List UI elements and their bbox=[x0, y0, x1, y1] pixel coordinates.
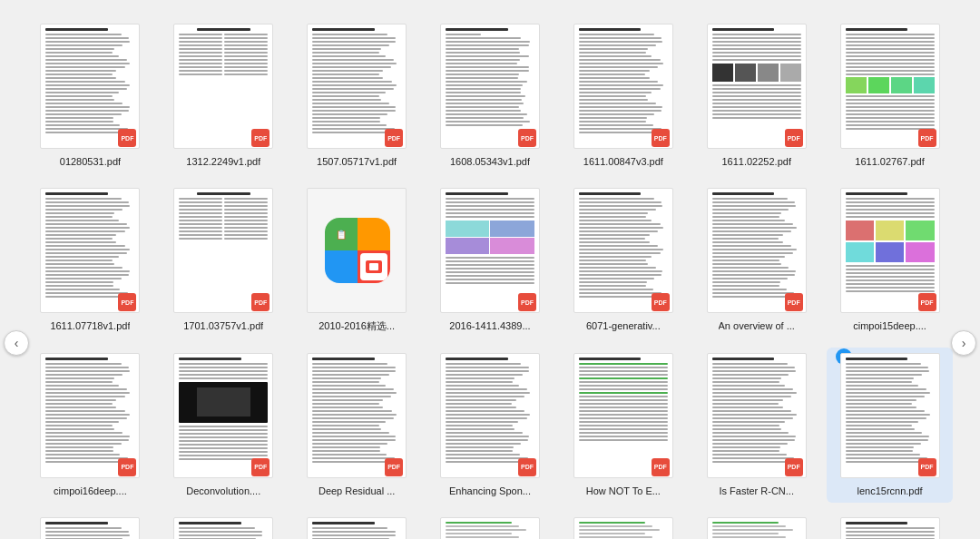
pdf-badge: PDF bbox=[251, 129, 270, 147]
file-label: lenc15rcnn.pdf bbox=[857, 485, 922, 497]
file-label: 1611.00847v3.pdf bbox=[583, 155, 663, 168]
thumbnail-wrapper: PDF bbox=[40, 188, 140, 315]
file-item-6071-generativ[interactable]: PDF6071-generativ... bbox=[560, 182, 686, 338]
pdf-badge: PDF bbox=[251, 458, 270, 476]
file-item-1507.05717v1[interactable]: PDF1507.05717v1.pdf bbox=[294, 18, 420, 173]
file-item-1611.07718v1[interactable]: PDF1611.07718v1.pdf bbox=[27, 182, 153, 338]
file-item-1611.00847v3[interactable]: PDF1611.00847v3.pdf bbox=[560, 18, 686, 173]
file-item-cimpoi16deep[interactable]: PDFcimpoi16deep.... bbox=[27, 348, 153, 503]
file-item-cimpoi15deep[interactable]: PDFcimpoi15deep.... bbox=[827, 182, 953, 338]
thumbnail-wrapper: T bbox=[440, 517, 540, 539]
file-label: Is Faster R-CN... bbox=[719, 485, 794, 497]
thumbnail-wrapper: T bbox=[707, 517, 807, 539]
file-grid: PDF01280531.pdf PDF1312.2249v1.pdf PDF15… bbox=[27, 18, 953, 539]
file-item-Deep_Residual[interactable]: PDFDeep Residual ... bbox=[294, 348, 420, 503]
file-label: Deep Residual ... bbox=[318, 485, 395, 497]
file-item-01280531[interactable]: PDF01280531.pdf bbox=[27, 18, 153, 173]
thumbnail-wrapper: 📋 bbox=[307, 188, 407, 315]
file-item-2010-2016[interactable]: 📋 2 bbox=[294, 182, 420, 338]
thumbnail-wrapper: PDF bbox=[40, 517, 140, 539]
file-item-NOC[interactable]: PDFNOC.pdf bbox=[827, 512, 953, 539]
file-label: 1611.07718v1.pdf bbox=[50, 319, 130, 332]
file-label: 1312.2249v1.pdf bbox=[186, 155, 260, 168]
pdf-badge: PDF bbox=[118, 293, 136, 311]
thumbnail-wrapper: T bbox=[573, 517, 673, 539]
file-label: 6071-generativ... bbox=[586, 319, 661, 332]
file-label: Enhancing Spon... bbox=[449, 485, 531, 497]
file-item-Enhancing_Spon[interactable]: PDFEnhancing Spon... bbox=[427, 348, 554, 503]
nav-prev-button[interactable]: ‹ bbox=[4, 330, 29, 356]
file-label: cimpoi15deep.... bbox=[853, 319, 926, 332]
thumbnail-wrapper: PDF bbox=[573, 188, 673, 315]
pdf-badge: PDF bbox=[785, 293, 803, 311]
pdf-badge: PDF bbox=[918, 293, 936, 311]
file-label: 1507.05717v1.pdf bbox=[317, 155, 397, 168]
thumbnail-wrapper: PDF bbox=[173, 517, 273, 539]
thumbnail-wrapper: PDF bbox=[440, 24, 540, 151]
file-label: 01280531.pdf bbox=[60, 155, 121, 168]
thumbnail-wrapper: PDF bbox=[707, 188, 807, 315]
file-label: cimpoi16deep.... bbox=[54, 485, 127, 497]
file-item-1611.02767[interactable]: PDF1611.02767.pdf bbox=[827, 18, 953, 173]
file-item-1701.03757v1[interactable]: PDF1701.03757v1.pdf bbox=[161, 182, 287, 338]
file-label: How NOT To E... bbox=[586, 485, 661, 497]
file-label: Deconvolution.... bbox=[186, 485, 260, 497]
pdf-badge: PDF bbox=[518, 458, 536, 476]
pdf-badge: PDF bbox=[918, 129, 936, 147]
pdf-badge: PDF bbox=[785, 129, 803, 147]
thumbnail-wrapper: PDF bbox=[840, 188, 940, 315]
pdf-badge: PDF bbox=[518, 293, 536, 311]
file-item-1608.05343v1[interactable]: PDF1608.05343v1.pdf bbox=[427, 18, 554, 173]
thumbnail-wrapper: PDF bbox=[40, 353, 140, 480]
thumbnail-wrapper: PDF bbox=[573, 353, 673, 480]
pdf-badge: PDF bbox=[652, 458, 670, 476]
file-browser: ‹ › PDF01280531.pdf PDF1312.2249v1.pdf P… bbox=[0, 0, 980, 539]
file-label: An overview of ... bbox=[719, 319, 795, 332]
file-item-nips2015[interactable]: Tnips2015.txt bbox=[693, 512, 819, 539]
thumbnail-wrapper: PDF bbox=[573, 24, 673, 151]
file-label: 1701.03757v1.pdf bbox=[183, 319, 263, 332]
pdf-badge: PDF bbox=[118, 458, 136, 476]
file-item-1312.2249v1[interactable]: PDF1312.2249v1.pdf bbox=[161, 18, 287, 173]
file-item-Deconvolution[interactable]: PDFDeconvolution.... bbox=[161, 348, 287, 503]
thumbnail-wrapper: PDF bbox=[307, 24, 407, 151]
file-item-lenc15rcnn[interactable]: ✓ PDFlenc15rcnn.pdf bbox=[827, 348, 953, 503]
file-item-Neural_Respon[interactable]: PDFNeural Respon... bbox=[294, 512, 420, 539]
thumbnail-wrapper: PDF bbox=[707, 353, 807, 480]
file-item-An_overview_of[interactable]: PDFAn overview of ... bbox=[693, 182, 819, 338]
file-item-1611.02252[interactable]: PDF1611.02252.pdf bbox=[693, 18, 819, 173]
thumbnail-wrapper: PDF bbox=[40, 24, 140, 151]
thumbnail-wrapper: PDF bbox=[840, 517, 940, 539]
thumbnail-wrapper: PDF bbox=[307, 517, 407, 539]
file-item-Is_Faster_R-CN[interactable]: PDFIs Faster R-CN... bbox=[693, 348, 819, 503]
file-label: 2010-2016精选... bbox=[318, 319, 395, 332]
thumbnail-wrapper: ✓ PDF bbox=[840, 353, 940, 480]
pdf-badge: PDF bbox=[385, 458, 403, 476]
file-label: 1608.05343v1.pdf bbox=[450, 155, 530, 168]
thumbnail-wrapper: PDF bbox=[707, 24, 807, 151]
file-item-2016-1411[interactable]: PDF2016-1411.4389... bbox=[427, 182, 554, 338]
file-item-nips2014[interactable]: Tnips2014.txt bbox=[560, 512, 686, 539]
thumbnail-wrapper: PDF bbox=[440, 353, 540, 480]
file-item-nips2013[interactable]: Tnips2013.txt bbox=[427, 512, 554, 539]
file-label: 1611.02767.pdf bbox=[855, 155, 924, 168]
file-label: 1611.02252.pdf bbox=[721, 155, 790, 168]
pdf-badge: PDF bbox=[518, 129, 536, 147]
pdf-badge: PDF bbox=[118, 129, 136, 147]
file-item-nature17439[interactable]: PDFnature17439.pdf bbox=[27, 512, 153, 539]
pdf-badge: PDF bbox=[385, 129, 403, 147]
pdf-badge: PDF bbox=[785, 458, 803, 476]
pdf-badge: PDF bbox=[918, 458, 936, 476]
thumbnail-wrapper: PDF bbox=[173, 24, 273, 151]
file-item-nature20101_1[interactable]: PDFnature20101(1).... bbox=[161, 512, 287, 539]
thumbnail-wrapper: PDF bbox=[173, 353, 273, 480]
thumbnail-wrapper: PDF bbox=[173, 188, 273, 315]
thumbnail-wrapper: PDF bbox=[440, 188, 540, 315]
pdf-badge: PDF bbox=[251, 293, 270, 311]
file-item-How_NOT_To_E[interactable]: PDFHow NOT To E... bbox=[560, 348, 686, 503]
thumbnail-wrapper: PDF bbox=[307, 353, 407, 480]
pdf-badge: PDF bbox=[652, 129, 670, 147]
file-label: 2016-1411.4389... bbox=[449, 319, 530, 332]
nav-next-button[interactable]: › bbox=[951, 330, 976, 356]
thumbnail-wrapper: PDF bbox=[840, 24, 940, 151]
